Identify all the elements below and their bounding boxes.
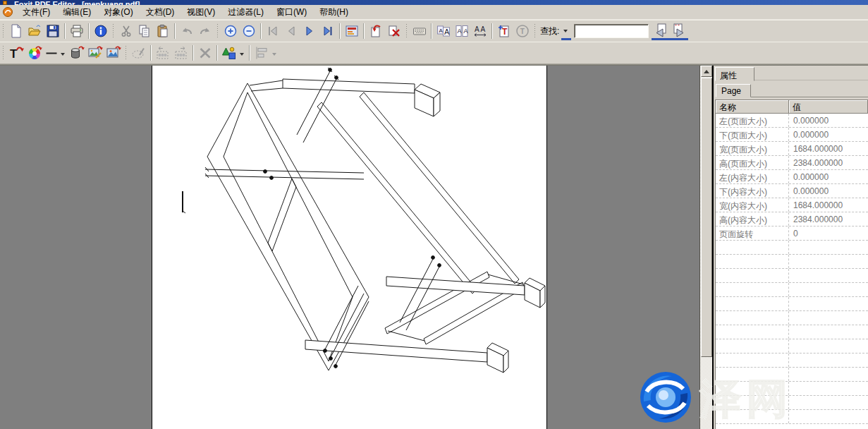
- zoom-in-button[interactable]: [221, 22, 240, 40]
- property-row[interactable]: 页面旋转0: [716, 226, 868, 241]
- find-prev-button[interactable]: [652, 22, 670, 40]
- edit-text-button[interactable]: T: [7, 44, 25, 62]
- last-page-icon: [321, 24, 335, 38]
- first-page-button[interactable]: [264, 22, 282, 40]
- font-spacing-icon: AA: [473, 24, 487, 38]
- page-drawing: [152, 66, 548, 429]
- svg-text:A: A: [464, 28, 468, 35]
- menu-file[interactable]: 文件(F): [16, 5, 56, 20]
- zoom-out-button[interactable]: [240, 22, 258, 40]
- svg-text:T: T: [520, 28, 525, 35]
- copy-button[interactable]: [135, 22, 154, 40]
- last-page-button[interactable]: [319, 22, 337, 40]
- paste-button[interactable]: [154, 22, 172, 40]
- properties-title-tab[interactable]: 属性: [715, 67, 754, 81]
- toolbar-grip[interactable]: [405, 23, 408, 39]
- edit-toolbar: T: [0, 42, 868, 64]
- group-rotate-left-button[interactable]: [154, 44, 172, 62]
- column-header-name[interactable]: 名称: [716, 100, 789, 114]
- find-next-button[interactable]: [670, 22, 688, 40]
- new-document-icon: [9, 24, 23, 38]
- property-row[interactable]: 高(内容大小)2384.000000: [716, 212, 868, 226]
- edit-image-button[interactable]: [86, 44, 104, 62]
- menu-window[interactable]: 窗口(W): [270, 5, 313, 20]
- prev-page-button[interactable]: [282, 22, 300, 40]
- print-button[interactable]: [68, 22, 86, 40]
- scrollbar-thumb[interactable]: [701, 78, 712, 357]
- property-row-empty: [716, 255, 868, 269]
- svg-text:T: T: [502, 27, 508, 37]
- insert-page-button[interactable]: [367, 22, 385, 40]
- page-layout-button[interactable]: [343, 22, 361, 40]
- menu-bar: 文件(F) 编辑(E) 对象(O) 文档(D) 视图(V) 过滤器(L) 窗口(…: [0, 5, 868, 20]
- delete-object-button[interactable]: [196, 44, 214, 62]
- toolbar-grip[interactable]: [216, 23, 219, 39]
- menu-view[interactable]: 视图(V): [181, 5, 221, 20]
- chevron-down-icon: [61, 53, 65, 58]
- font-vertical-button[interactable]: AA: [453, 22, 471, 40]
- property-row-empty: [716, 241, 868, 255]
- property-row[interactable]: 左(页面大小)0.000000: [716, 114, 868, 128]
- redo-arrow-icon: [198, 24, 212, 38]
- align-dropdown[interactable]: [271, 44, 279, 62]
- shapes-dropdown[interactable]: [238, 44, 247, 62]
- vertical-scrollbar[interactable]: [699, 66, 712, 429]
- group-rotate-right-button[interactable]: [172, 44, 190, 62]
- replace-image-button[interactable]: [104, 44, 123, 62]
- menu-filter[interactable]: 过滤器(L): [221, 5, 270, 20]
- undo-button[interactable]: [178, 22, 196, 40]
- shapes-button[interactable]: [220, 44, 238, 62]
- property-row[interactable]: 高(页面大小)2384.000000: [716, 156, 868, 170]
- menu-document[interactable]: 文档(D): [140, 5, 181, 20]
- toolbar-grip[interactable]: [2, 23, 4, 39]
- edit-color-button[interactable]: [25, 44, 44, 62]
- gradient-button[interactable]: [68, 44, 86, 62]
- svg-text:A: A: [444, 28, 450, 36]
- property-row[interactable]: 下(内容大小)0.000000: [716, 184, 868, 198]
- save-button[interactable]: [44, 22, 62, 40]
- property-row[interactable]: 宽(页面大小)1684.000000: [716, 142, 868, 156]
- main-toolbar: AA AA AA T T 查找:: [0, 20, 868, 42]
- find-options-dropdown[interactable]: [561, 22, 571, 40]
- toolbar-grip[interactable]: [534, 23, 536, 39]
- property-row[interactable]: 宽(内容大小)1684.000000: [716, 198, 868, 212]
- font-spacing-button[interactable]: AA: [471, 22, 489, 40]
- font-vertical-icon: AA: [455, 24, 469, 38]
- align-button[interactable]: [252, 44, 271, 62]
- property-row-empty: [716, 339, 868, 354]
- svg-text:A: A: [439, 28, 444, 34]
- text-state-button[interactable]: T: [513, 22, 532, 40]
- property-row[interactable]: 下(页面大小)0.000000: [716, 128, 868, 142]
- info-button[interactable]: [92, 22, 110, 40]
- pdf-page[interactable]: [152, 66, 547, 429]
- find-input[interactable]: [574, 24, 649, 38]
- menu-object[interactable]: 对象(O): [97, 5, 139, 20]
- toolbar-grip[interactable]: [112, 23, 114, 39]
- open-button[interactable]: [25, 22, 44, 40]
- tab-page[interactable]: Page: [716, 84, 751, 97]
- document-canvas[interactable]: [0, 66, 699, 429]
- line-tool-dropdown[interactable]: [59, 44, 68, 62]
- scroll-up-button[interactable]: [701, 66, 712, 77]
- delete-page-button[interactable]: [385, 22, 403, 40]
- column-header-value[interactable]: 值: [789, 100, 868, 114]
- toolbar-grip[interactable]: [2, 45, 4, 61]
- prev-page-icon: [284, 24, 298, 38]
- add-text-icon: T: [497, 24, 511, 38]
- property-row[interactable]: 左(内容大小)0.000000: [716, 170, 868, 184]
- cut-button[interactable]: [117, 22, 135, 40]
- new-button[interactable]: [7, 22, 25, 40]
- document-icon[interactable]: [2, 6, 13, 18]
- svg-text:A: A: [481, 25, 486, 33]
- color-wheel-icon: [27, 45, 42, 61]
- next-page-button[interactable]: [300, 22, 319, 40]
- keyboard-button[interactable]: [410, 22, 429, 40]
- font-style-button[interactable]: AA: [434, 22, 453, 40]
- menu-help[interactable]: 帮助(H): [313, 5, 355, 20]
- redo-button[interactable]: [196, 22, 214, 40]
- clip-edit-button[interactable]: [130, 44, 148, 62]
- line-tool-button[interactable]: [44, 44, 59, 62]
- add-text-button[interactable]: T: [495, 22, 513, 40]
- toolbar-grip[interactable]: [125, 45, 127, 61]
- menu-edit[interactable]: 编辑(E): [56, 5, 97, 20]
